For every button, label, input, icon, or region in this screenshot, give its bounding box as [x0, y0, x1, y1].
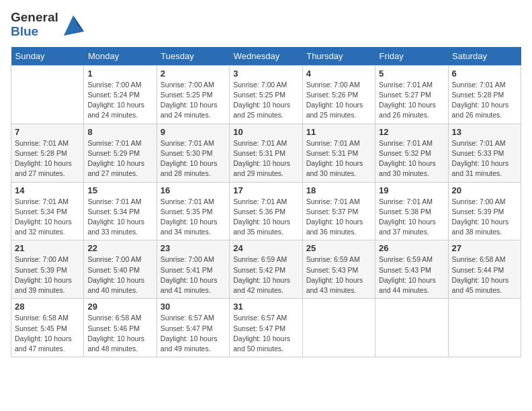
calendar-day-header: Friday [375, 47, 448, 66]
day-number: 24 [233, 243, 298, 253]
day-number: 5 [379, 68, 444, 79]
day-number: 16 [161, 185, 226, 195]
day-number: 30 [161, 302, 226, 312]
logo-flag-icon [61, 13, 85, 37]
day-number: 12 [379, 127, 444, 137]
calendar-cell: 22Sunrise: 7:00 AMSunset: 5:40 PMDayligh… [84, 240, 157, 299]
day-info: Sunrise: 6:57 AMSunset: 5:47 PMDaylight:… [233, 313, 298, 354]
day-number: 14 [15, 185, 80, 195]
day-info: Sunrise: 7:01 AMSunset: 5:27 PMDaylight:… [379, 80, 444, 121]
day-info: Sunrise: 6:58 AMSunset: 5:45 PMDaylight:… [15, 313, 80, 354]
day-info: Sunrise: 7:01 AMSunset: 5:32 PMDaylight:… [379, 138, 444, 179]
calendar-cell: 2Sunrise: 7:00 AMSunset: 5:25 PMDaylight… [157, 65, 229, 124]
calendar-day-header: Sunday [11, 47, 84, 66]
calendar-week-row: 7Sunrise: 7:01 AMSunset: 5:28 PMDaylight… [11, 124, 521, 182]
calendar-week-row: 28Sunrise: 6:58 AMSunset: 5:45 PMDayligh… [11, 299, 521, 357]
day-number: 2 [161, 68, 226, 79]
calendar-week-row: 21Sunrise: 7:00 AMSunset: 5:39 PMDayligh… [11, 240, 521, 299]
calendar-cell: 25Sunrise: 6:59 AMSunset: 5:43 PMDayligh… [302, 240, 375, 299]
calendar-week-row: 1Sunrise: 7:00 AMSunset: 5:24 PMDaylight… [11, 65, 521, 124]
day-number: 9 [161, 127, 226, 137]
calendar-cell: 1Sunrise: 7:00 AMSunset: 5:24 PMDaylight… [84, 65, 157, 124]
day-info: Sunrise: 6:57 AMSunset: 5:47 PMDaylight:… [161, 313, 226, 354]
day-info: Sunrise: 7:00 AMSunset: 5:25 PMDaylight:… [161, 80, 226, 121]
calendar-day-header: Tuesday [157, 47, 229, 66]
calendar-cell: 19Sunrise: 7:01 AMSunset: 5:38 PMDayligh… [375, 182, 448, 240]
calendar-cell: 3Sunrise: 7:00 AMSunset: 5:25 PMDaylight… [230, 65, 302, 124]
day-number: 23 [161, 243, 226, 253]
day-number: 8 [87, 127, 152, 137]
calendar-day-header: Wednesday [230, 47, 302, 66]
calendar-cell: 20Sunrise: 7:00 AMSunset: 5:39 PMDayligh… [448, 182, 521, 240]
day-info: Sunrise: 7:01 AMSunset: 5:33 PMDaylight:… [452, 138, 517, 179]
day-number: 10 [233, 127, 298, 137]
page-header: General Blue [11, 11, 521, 39]
calendar-cell: 11Sunrise: 7:01 AMSunset: 5:31 PMDayligh… [302, 124, 375, 182]
day-info: Sunrise: 7:01 AMSunset: 5:34 PMDaylight:… [15, 197, 80, 238]
day-info: Sunrise: 7:01 AMSunset: 5:34 PMDaylight:… [87, 197, 152, 238]
calendar-cell: 31Sunrise: 6:57 AMSunset: 5:47 PMDayligh… [230, 299, 302, 357]
calendar-header-row: SundayMondayTuesdayWednesdayThursdayFrid… [11, 47, 521, 66]
day-number: 29 [87, 302, 152, 312]
day-info: Sunrise: 7:01 AMSunset: 5:38 PMDaylight:… [379, 197, 444, 238]
day-number: 22 [87, 243, 152, 253]
day-info: Sunrise: 7:01 AMSunset: 5:31 PMDaylight:… [233, 138, 298, 179]
calendar-cell: 10Sunrise: 7:01 AMSunset: 5:31 PMDayligh… [230, 124, 302, 182]
calendar-day-header: Thursday [302, 47, 375, 66]
day-info: Sunrise: 7:01 AMSunset: 5:28 PMDaylight:… [452, 80, 517, 121]
day-number: 6 [452, 68, 517, 79]
calendar-cell: 24Sunrise: 6:59 AMSunset: 5:42 PMDayligh… [230, 240, 302, 299]
day-info: Sunrise: 7:01 AMSunset: 5:36 PMDaylight:… [233, 197, 298, 238]
calendar-cell: 9Sunrise: 7:01 AMSunset: 5:30 PMDaylight… [157, 124, 229, 182]
calendar-cell: 4Sunrise: 7:00 AMSunset: 5:26 PMDaylight… [302, 65, 375, 124]
calendar-cell: 14Sunrise: 7:01 AMSunset: 5:34 PMDayligh… [11, 182, 84, 240]
day-number: 21 [15, 243, 80, 253]
day-info: Sunrise: 7:00 AMSunset: 5:39 PMDaylight:… [452, 197, 517, 238]
day-number: 19 [379, 185, 444, 195]
calendar-cell: 13Sunrise: 7:01 AMSunset: 5:33 PMDayligh… [448, 124, 521, 182]
calendar-cell: 8Sunrise: 7:01 AMSunset: 5:29 PMDaylight… [84, 124, 157, 182]
logo-general-word: General [11, 11, 58, 25]
day-number: 3 [233, 68, 298, 79]
day-number: 31 [233, 302, 298, 312]
calendar-cell [375, 299, 448, 357]
day-info: Sunrise: 6:58 AMSunset: 5:44 PMDaylight:… [452, 255, 517, 295]
calendar-cell: 27Sunrise: 6:58 AMSunset: 5:44 PMDayligh… [448, 240, 521, 299]
day-info: Sunrise: 7:00 AMSunset: 5:26 PMDaylight:… [306, 80, 371, 121]
day-number: 4 [306, 68, 371, 79]
day-number: 26 [379, 243, 444, 253]
day-number: 25 [306, 243, 371, 253]
logo: General Blue [11, 11, 85, 39]
day-info: Sunrise: 7:00 AMSunset: 5:24 PMDaylight:… [87, 80, 152, 121]
calendar-cell: 16Sunrise: 7:01 AMSunset: 5:35 PMDayligh… [157, 182, 229, 240]
calendar-cell: 17Sunrise: 7:01 AMSunset: 5:36 PMDayligh… [230, 182, 302, 240]
calendar-cell: 5Sunrise: 7:01 AMSunset: 5:27 PMDaylight… [375, 65, 448, 124]
calendar-cell: 28Sunrise: 6:58 AMSunset: 5:45 PMDayligh… [11, 299, 84, 357]
day-number: 18 [306, 185, 371, 195]
day-number: 1 [87, 68, 152, 79]
calendar-cell [11, 65, 84, 124]
calendar-cell: 15Sunrise: 7:01 AMSunset: 5:34 PMDayligh… [84, 182, 157, 240]
day-number: 11 [306, 127, 371, 137]
day-info: Sunrise: 7:01 AMSunset: 5:35 PMDaylight:… [161, 197, 226, 238]
calendar-day-header: Saturday [448, 47, 521, 66]
day-number: 20 [452, 185, 517, 195]
day-number: 15 [87, 185, 152, 195]
day-info: Sunrise: 7:00 AMSunset: 5:39 PMDaylight:… [15, 255, 80, 295]
calendar-cell: 21Sunrise: 7:00 AMSunset: 5:39 PMDayligh… [11, 240, 84, 299]
calendar-cell: 30Sunrise: 6:57 AMSunset: 5:47 PMDayligh… [157, 299, 229, 357]
calendar-cell: 29Sunrise: 6:58 AMSunset: 5:46 PMDayligh… [84, 299, 157, 357]
day-info: Sunrise: 7:00 AMSunset: 5:25 PMDaylight:… [233, 80, 298, 121]
day-info: Sunrise: 7:01 AMSunset: 5:28 PMDaylight:… [15, 138, 80, 179]
day-info: Sunrise: 6:58 AMSunset: 5:46 PMDaylight:… [87, 313, 152, 354]
logo-blue-word: Blue [11, 25, 58, 39]
calendar-day-header: Monday [84, 47, 157, 66]
calendar-table: SundayMondayTuesdayWednesdayThursdayFrid… [11, 47, 521, 357]
day-number: 13 [452, 127, 517, 137]
calendar-cell [302, 299, 375, 357]
calendar-week-row: 14Sunrise: 7:01 AMSunset: 5:34 PMDayligh… [11, 182, 521, 240]
calendar-cell: 26Sunrise: 6:59 AMSunset: 5:43 PMDayligh… [375, 240, 448, 299]
day-number: 17 [233, 185, 298, 195]
day-info: Sunrise: 7:01 AMSunset: 5:31 PMDaylight:… [306, 138, 371, 179]
calendar-body: 1Sunrise: 7:00 AMSunset: 5:24 PMDaylight… [11, 65, 521, 357]
